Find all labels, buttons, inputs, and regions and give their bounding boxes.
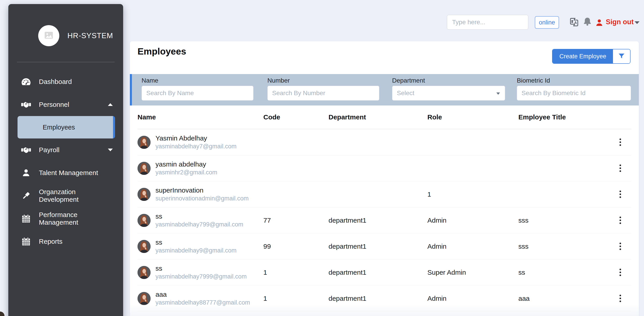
employee-email: yasminabdelhay7999@gmail.com: [156, 273, 247, 281]
table-row[interactable]: ss yasminabdelhay7999@gmail.com 1 depart…: [138, 259, 632, 286]
row-actions-kebab-icon[interactable]: [616, 189, 625, 199]
number-filter-input[interactable]: [268, 86, 379, 101]
row-actions-kebab-icon[interactable]: [616, 137, 625, 147]
page-title: Employees: [138, 46, 186, 57]
employee-avatar: [138, 266, 150, 279]
employee-name: ss: [156, 238, 236, 247]
column-header-role: Role: [428, 113, 518, 121]
row-actions-kebab-icon[interactable]: [616, 241, 625, 251]
employee-title: ss: [518, 269, 603, 276]
filter-label-name: Name: [142, 77, 158, 84]
table-row[interactable]: ss yasminabdelhay799@gmail.com 77 depart…: [138, 207, 632, 233]
employee-role: 1: [428, 190, 518, 198]
sidebar-item-label: Reports: [39, 238, 62, 245]
employee-email: yasminabdelhay799@gmail.com: [156, 221, 243, 228]
sidebar-item-payroll[interactable]: Payroll: [8, 139, 123, 161]
employee-role: Admin: [428, 243, 518, 250]
sidebar-item-performance-management[interactable]: Performance Management: [8, 207, 123, 230]
employee-name: yasmin abdelhay: [156, 160, 217, 168]
employee-email: yasminabdelhay88777@gmail.com: [156, 299, 250, 307]
sign-out-link[interactable]: Sign out: [606, 18, 634, 26]
sidebar-item-employees[interactable]: Employees: [18, 116, 115, 139]
caret-down-icon: [108, 148, 113, 152]
filter-field-number: Number: [268, 74, 379, 106]
employee-avatar: [138, 188, 150, 201]
employee-department: department1: [328, 269, 428, 276]
table-header-row: Name Code Department Role Employee Title: [138, 106, 632, 129]
app-title: HR-SYSTEM: [68, 31, 113, 40]
caret-down-icon[interactable]: [634, 21, 640, 25]
employees-card: Employees Create Employee Name Number De…: [130, 41, 639, 316]
row-actions-kebab-icon[interactable]: [616, 215, 625, 225]
sidebar-item-label: Dashboard: [39, 78, 72, 86]
sidebar-item-reports[interactable]: Reports: [8, 230, 123, 253]
sidebar-item-talent-management[interactable]: Talent Management: [8, 161, 123, 184]
column-header-department: Department: [328, 113, 428, 121]
employee-department: department1: [328, 243, 428, 250]
sidebar-subitem-label: Employees: [43, 124, 75, 131]
employee-name: ss: [156, 212, 243, 221]
table-row[interactable]: superInnovation superinnovationadmin@gma…: [138, 181, 632, 207]
gauge-icon: [21, 77, 31, 87]
logo: HR-SYSTEM: [8, 4, 123, 46]
table-row[interactable]: yasmin abdelhay yasminhr2@gmail.com: [138, 155, 632, 181]
sidebar-item-label: Performance Management: [39, 211, 113, 226]
employee-email: yasminabdelhay7@gmail.com: [156, 143, 236, 150]
user-icon: [595, 18, 604, 27]
translate-icon[interactable]: A: [569, 17, 579, 27]
person-icon: [21, 168, 31, 178]
employee-department: department1: [328, 217, 428, 224]
employee-title: aaa: [518, 295, 603, 302]
caret-down-icon: [496, 90, 500, 97]
image-placeholder-icon: [44, 30, 54, 41]
biometric-filter-input[interactable]: [517, 86, 631, 101]
employee-name: Yasmin Abdelhay: [156, 134, 236, 143]
row-actions-kebab-icon[interactable]: [616, 268, 625, 277]
employee-avatar: [138, 240, 150, 253]
funnel-icon: [618, 52, 625, 61]
bell-icon[interactable]: [582, 17, 592, 26]
sidebar: HR-SYSTEM Dashboard Personnel Employees: [8, 4, 123, 316]
employee-code: 77: [263, 217, 328, 224]
employee-avatar: [138, 292, 150, 305]
employee-email: superinnovationadmin@gmail.com: [156, 195, 249, 202]
employee-name: ss: [156, 264, 247, 273]
table-row[interactable]: Yasmin Abdelhay yasminabdelhay7@gmail.co…: [138, 129, 632, 155]
create-employee-button[interactable]: Create Employee: [552, 49, 613, 63]
department-select[interactable]: Select: [392, 86, 505, 101]
employee-avatar: [138, 162, 150, 175]
sidebar-item-label: Organzation Development: [39, 188, 113, 203]
calendar-icon: [21, 213, 31, 224]
employee-role: Admin: [428, 217, 518, 224]
sidebar-item-label: Talent Management: [39, 169, 98, 177]
sidebar-item-label: Payroll: [39, 146, 60, 154]
employee-role: Super Admin: [428, 269, 518, 276]
column-header-name: Name: [138, 113, 263, 121]
calendar-icon: [21, 236, 31, 247]
employee-title: sss: [518, 243, 603, 250]
filter-button[interactable]: [613, 49, 630, 63]
sidebar-item-organzation-development[interactable]: Organzation Development: [8, 184, 123, 207]
handshake-icon: [21, 145, 31, 155]
sidebar-item-personnel[interactable]: Personnel: [8, 93, 123, 116]
filter-bar: Name Number Department Select Biometric …: [130, 74, 639, 106]
row-actions-kebab-icon[interactable]: [616, 294, 625, 304]
filter-field-department: Department Select: [392, 74, 505, 106]
filter-label-department: Department: [392, 77, 425, 84]
sidebar-nav: Dashboard Personnel Employees Payroll: [8, 70, 123, 253]
employee-name: superInnovation: [156, 186, 249, 195]
online-status-badge[interactable]: online: [535, 16, 559, 29]
global-search-input[interactable]: [447, 15, 528, 30]
sidebar-item-label: Personnel: [39, 101, 69, 108]
svg-text:A: A: [574, 21, 577, 25]
sidebar-divider: [17, 62, 114, 62]
employee-email: yasminhr2@gmail.com: [156, 168, 217, 176]
column-header-employee-title: Employee Title: [518, 113, 603, 121]
employees-table: Name Code Department Role Employee Title…: [138, 106, 632, 316]
row-actions-kebab-icon[interactable]: [616, 163, 625, 173]
sidebar-item-dashboard[interactable]: Dashboard: [8, 70, 123, 93]
table-row[interactable]: aaa yasminabdelhay88777@gmail.com 1 depa…: [138, 286, 632, 312]
employee-email: yasminabdelhay9@gmail.com: [156, 247, 236, 255]
name-filter-input[interactable]: [142, 86, 254, 101]
table-row[interactable]: ss yasminabdelhay9@gmail.com 99 departme…: [138, 233, 632, 259]
